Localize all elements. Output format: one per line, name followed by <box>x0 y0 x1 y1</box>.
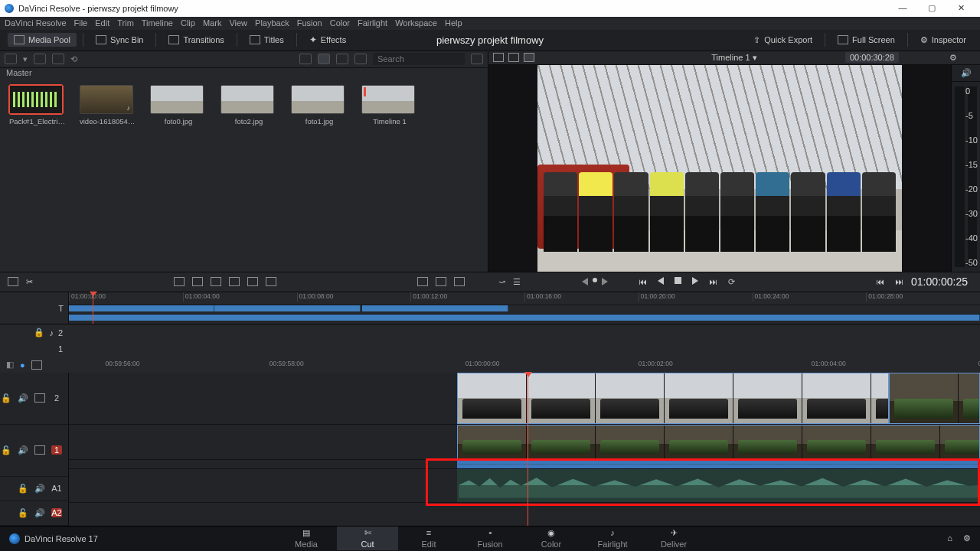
go-start-icon[interactable]: ⏮ <box>639 277 647 287</box>
media-pool-toggle[interactable]: Media Pool <box>8 33 77 47</box>
menu-color[interactable]: Color <box>330 18 350 28</box>
lock-icon[interactable]: 🔓 <box>18 508 28 518</box>
play-icon[interactable] <box>692 277 698 285</box>
clip-a2-audio[interactable] <box>457 469 980 502</box>
menu-help[interactable]: Help <box>445 18 462 28</box>
marker-icon[interactable]: ● <box>20 360 25 370</box>
lower-timeline[interactable]: ◧ ● 00:59:56:0000:59:58:0001:00:00:0001:… <box>0 357 980 526</box>
view-split-icon[interactable] <box>417 277 428 286</box>
tools-icon[interactable]: ⚙ <box>949 53 957 63</box>
sync-bin-toggle[interactable]: Sync Bin <box>90 33 149 47</box>
timeline-viewer-button[interactable] <box>524 53 534 62</box>
fast-review-icon[interactable]: ⤻ <box>498 277 505 287</box>
page-tab-media[interactable]: ▤Media <box>276 527 337 550</box>
window-close-button[interactable]: ✕ <box>946 3 975 13</box>
clip-foto0[interactable]: foto0.jpg <box>150 85 207 126</box>
jog-fwd-icon[interactable] <box>602 278 608 285</box>
clip-v1-video[interactable] <box>457 425 980 459</box>
lower-playhead[interactable] <box>528 373 528 526</box>
project-settings-icon[interactable]: ⚙ <box>963 533 971 543</box>
menu-fairlight[interactable]: Fairlight <box>358 18 387 28</box>
place-on-top-icon[interactable] <box>247 277 258 286</box>
effects-toggle[interactable]: ✦Effects <box>303 32 352 47</box>
mini-playhead[interactable] <box>93 292 93 324</box>
clip-timeline1[interactable]: Timeline 1 <box>361 85 418 126</box>
mini-clip-v2-3[interactable] <box>362 305 508 311</box>
clip-video[interactable]: ♪video-1618054841... <box>80 85 136 126</box>
clip-foto2[interactable]: foto2.jpg <box>220 85 277 126</box>
titles-toggle[interactable]: Titles <box>243 33 290 47</box>
clip-v2-foto-b[interactable] <box>889 373 980 424</box>
audio-tool-icon[interactable]: ♪ <box>49 328 54 337</box>
menu-file[interactable]: File <box>74 18 88 28</box>
mini-clip-v1[interactable] <box>69 315 980 321</box>
speaker-icon[interactable]: 🔊 <box>18 393 28 403</box>
speaker-icon[interactable]: 🔊 <box>34 508 45 518</box>
view-clip-button[interactable] <box>299 54 312 64</box>
track-head-a2[interactable]: 🔓🔊A2 <box>0 501 68 526</box>
loop-icon[interactable]: ⟳ <box>728 277 735 287</box>
menu-timeline[interactable]: Timeline <box>142 18 173 28</box>
search-input[interactable] <box>373 53 465 65</box>
home-icon[interactable]: ⌂ <box>947 533 952 543</box>
clip-foto1[interactable]: foto1.jpg <box>291 85 348 126</box>
track-head-v2[interactable]: 🔓🔊2 <box>0 373 68 425</box>
lock-icon[interactable]: 🔒 <box>34 328 44 337</box>
mini-clip-v2-2[interactable] <box>214 305 360 311</box>
speaker-icon[interactable]: 🔊 <box>952 65 980 82</box>
duration-timecode[interactable]: 00:00:30:28 <box>845 52 899 63</box>
ripple-overwrite-icon[interactable] <box>211 277 221 286</box>
view-strip-button[interactable] <box>336 54 348 64</box>
prev-edit-icon[interactable]: ⏮ <box>876 277 884 286</box>
stop-icon[interactable] <box>675 277 681 284</box>
menu-playback[interactable]: Playback <box>255 18 289 28</box>
quick-export-button[interactable]: ⇪Quick Export <box>747 33 818 47</box>
page-tab-color[interactable]: ◉Color <box>521 527 582 550</box>
split-icon[interactable]: ✂ <box>26 277 33 287</box>
speaker-icon[interactable]: 🔊 <box>18 445 28 455</box>
track-display-icon[interactable] <box>34 393 45 403</box>
smart-insert-icon[interactable] <box>174 277 185 286</box>
sync-icon[interactable]: ⟲ <box>70 54 77 64</box>
page-tab-edit[interactable]: ≡Edit <box>398 527 459 550</box>
window-minimize-button[interactable]: — <box>888 3 917 13</box>
source-viewer-button[interactable] <box>493 53 504 62</box>
current-timecode[interactable]: 01:00:00:25 <box>911 276 968 288</box>
track-v2-index[interactable]: 2 <box>58 328 63 337</box>
chevron-down-icon[interactable]: ▾ <box>23 54 28 64</box>
snap-icon[interactable]: ◧ <box>6 360 14 370</box>
tape-viewer-button[interactable] <box>508 53 519 62</box>
transitions-toggle[interactable]: Transitions <box>162 33 230 47</box>
menu-fusion[interactable]: Fusion <box>297 18 322 28</box>
closeup-icon[interactable] <box>229 277 240 286</box>
source-overwrite-icon[interactable] <box>266 277 276 286</box>
menu-davinci[interactable]: DaVinci Resolve <box>5 18 67 28</box>
full-screen-button[interactable]: Full Screen <box>831 33 901 47</box>
track-display-icon[interactable] <box>34 445 45 455</box>
page-tab-fairlight[interactable]: ♪Fairlight <box>582 527 643 550</box>
boring-detector-icon[interactable] <box>8 277 18 286</box>
new-bin-button[interactable] <box>34 54 46 64</box>
lock-icon[interactable]: 🔓 <box>1 393 11 403</box>
inspector-toggle[interactable]: ⚙Inspector <box>914 33 972 47</box>
play-reverse-icon[interactable] <box>658 277 664 285</box>
page-tab-fusion[interactable]: ∘Fusion <box>459 527 521 550</box>
import-media-button[interactable] <box>5 54 17 64</box>
clip-a1-audio[interactable] <box>457 460 980 468</box>
timeline-options-icon[interactable]: ☰ <box>513 277 521 287</box>
lower-ruler[interactable]: ◧ ● 00:59:56:0000:59:58:0001:00:00:0001:… <box>0 357 980 373</box>
menu-mark[interactable]: Mark <box>203 18 221 28</box>
upper-timeline[interactable]: T 01:00:00:0001:00:04:0001:00:08:0001:00… <box>0 292 980 324</box>
menu-trim[interactable]: Trim <box>117 18 134 28</box>
view-list-button[interactable] <box>354 54 367 64</box>
mini-clip-v2-1[interactable] <box>69 305 214 311</box>
track-v1-index[interactable]: 1 <box>58 344 63 354</box>
text-tool-icon[interactable]: T <box>58 304 64 313</box>
timeline-name-dropdown[interactable]: Timeline 1 ▾ <box>711 53 756 63</box>
append-icon[interactable] <box>192 277 203 286</box>
page-tab-cut[interactable]: ✄Cut <box>337 527 398 550</box>
view-thumb-button[interactable] <box>318 54 330 64</box>
track-head-v1[interactable]: 🔓🔊1 <box>0 425 68 477</box>
next-edit-icon[interactable]: ⏭ <box>895 277 903 286</box>
page-tab-deliver[interactable]: ✈Deliver <box>643 527 704 550</box>
